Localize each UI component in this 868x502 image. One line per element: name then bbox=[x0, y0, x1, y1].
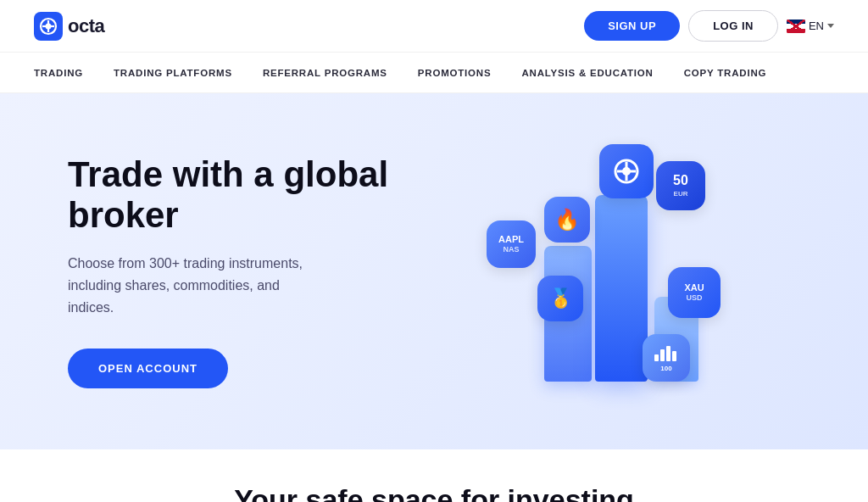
chevron-down-icon bbox=[827, 24, 834, 28]
blocks-illustration: 🔥 🥇 50 EUR AAPL NAS bbox=[476, 136, 748, 407]
login-button[interactable]: LOG IN bbox=[688, 10, 778, 42]
icon-card-aapl: AAPL NAS bbox=[487, 220, 536, 268]
bottom-title: Your safe space for investing bbox=[68, 483, 800, 502]
nav-item-analysis-education[interactable]: ANALYSIS & EDUCATION bbox=[521, 68, 653, 78]
icon-card-octa bbox=[599, 144, 654, 198]
hero-title: Trade with a global broker bbox=[68, 154, 424, 237]
hero-content: Trade with a global broker Choose from 3… bbox=[68, 154, 424, 388]
svg-rect-10 bbox=[666, 346, 670, 361]
icon-card-chart: 100 bbox=[643, 334, 690, 382]
icon-card-xauusd: XAU USD bbox=[668, 267, 721, 318]
card-aapl-text: AAPL NAS bbox=[498, 233, 524, 255]
card-50-text: 50 EUR bbox=[673, 172, 688, 198]
flag-icon bbox=[787, 20, 805, 33]
logo-icon bbox=[34, 12, 63, 41]
svg-rect-8 bbox=[654, 354, 659, 361]
nav-item-trading[interactable]: TRADING bbox=[34, 68, 83, 78]
bar-tall bbox=[595, 195, 648, 382]
card-chart-content: 100 bbox=[654, 344, 678, 372]
signup-button[interactable]: SIGN UP bbox=[584, 11, 680, 41]
hero-subtitle: Choose from 300+ trading instruments, in… bbox=[68, 253, 322, 318]
bottom-section: Your safe space for investing bbox=[0, 449, 868, 502]
header-actions: SIGN UP LOG IN EN bbox=[584, 10, 834, 42]
nav-item-copy-trading[interactable]: COPY TRADING bbox=[684, 68, 767, 78]
logo-text: octa bbox=[68, 15, 104, 37]
lang-text: EN bbox=[809, 20, 824, 32]
hero-section: Trade with a global broker Choose from 3… bbox=[0, 93, 868, 449]
card-xau-text: XAU USD bbox=[684, 282, 704, 304]
logo-area[interactable]: octa bbox=[34, 12, 104, 41]
language-selector[interactable]: EN bbox=[787, 20, 834, 33]
svg-point-7 bbox=[622, 167, 631, 176]
open-account-button[interactable]: OPEN ACCOUNT bbox=[68, 349, 228, 388]
icon-card-gold: 🥇 bbox=[537, 276, 583, 321]
svg-point-3 bbox=[46, 23, 52, 29]
nav-item-trading-platforms[interactable]: TRADING PLATFORMS bbox=[114, 68, 232, 78]
icon-card-fire: 🔥 bbox=[544, 197, 590, 243]
svg-rect-9 bbox=[660, 349, 665, 361]
nav-item-promotions[interactable]: PROMOTIONS bbox=[418, 68, 492, 78]
svg-rect-11 bbox=[672, 351, 676, 361]
nav-item-referral-programs[interactable]: REFERRAL PROGRAMS bbox=[263, 68, 387, 78]
hero-visual: 🔥 🥇 50 EUR AAPL NAS bbox=[424, 127, 800, 416]
icon-card-50: 50 EUR bbox=[656, 161, 705, 210]
header: octa SIGN UP LOG IN EN bbox=[0, 0, 868, 53]
main-nav: TRADING TRADING PLATFORMS REFERRAL PROGR… bbox=[0, 53, 868, 93]
